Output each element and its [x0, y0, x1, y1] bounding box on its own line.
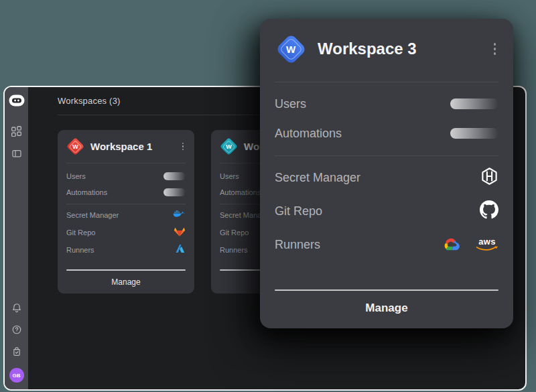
secret-manager-label: Secret Manager: [66, 211, 119, 219]
automations-label: Automations: [220, 188, 261, 196]
divider: [66, 204, 186, 204]
automations-skeleton-loader: [450, 128, 498, 139]
secret-manager-label: Secret Manager: [275, 171, 360, 185]
book-icon: [11, 148, 22, 161]
users-label: Users: [220, 172, 239, 180]
workspace1-logo: W: [66, 137, 84, 155]
sidebar: GB: [5, 87, 28, 389]
workspace3-logo: W: [275, 33, 307, 65]
workspace1-logo-letter: W: [72, 143, 78, 150]
workspace1-menu-button[interactable]: [180, 141, 186, 153]
automations-skeleton-loader: [163, 188, 186, 196]
aws-label: aws: [478, 237, 495, 246]
gitlab-icon: [174, 226, 186, 240]
automations-row: Automations: [66, 184, 186, 200]
users-label: Users: [275, 97, 306, 111]
workspace3-logo-letter: W: [286, 44, 295, 55]
git-repo-row: Git Repo: [66, 224, 186, 241]
automations-label: Automations: [275, 127, 342, 141]
workspace2-logo: W: [220, 137, 238, 155]
git-repo-row: Git Repo: [275, 194, 498, 228]
runners-row: Runners: [66, 241, 186, 259]
runners-label: Runners: [275, 238, 320, 252]
dashboard-icon: [11, 125, 22, 139]
git-repo-label: Git Repo: [275, 204, 322, 218]
runners-label: Runners: [66, 246, 94, 254]
orders-button[interactable]: [11, 346, 22, 360]
workspace-card-3: W Workspace 3 Users Automations Secret M…: [260, 19, 513, 328]
manage-divider: [275, 289, 498, 291]
help-button[interactable]: [11, 324, 22, 338]
bell-icon: [11, 302, 22, 316]
users-row: Users: [66, 168, 186, 184]
runners-label: Runners: [220, 246, 248, 254]
runners-row: Runners aws: [275, 228, 498, 261]
sidebar-item-dashboard[interactable]: [11, 125, 22, 139]
divider: [66, 163, 186, 164]
git-repo-label: Git Repo: [220, 228, 249, 237]
users-label: Users: [66, 172, 86, 180]
users-skeleton-loader: [450, 99, 498, 109]
divider: [275, 155, 498, 156]
workspace2-logo-letter: W: [226, 143, 232, 150]
users-row: Users: [275, 89, 498, 119]
workspace3-menu-button[interactable]: [491, 40, 499, 58]
gcp-icon: [440, 235, 461, 255]
users-skeleton-loader: [163, 172, 186, 180]
bag-check-icon: [11, 346, 22, 360]
user-avatar[interactable]: GB: [9, 368, 24, 383]
azure-icon: [174, 243, 186, 257]
github-icon: [480, 200, 498, 222]
workspace1-title: Workspace 1: [90, 141, 174, 152]
docker-icon: [173, 209, 186, 222]
page-title: Workspaces (3): [58, 96, 121, 106]
automations-label: Automations: [66, 188, 107, 196]
workspace1-manage-button[interactable]: Manage: [66, 271, 186, 293]
git-repo-label: Git Repo: [66, 228, 95, 237]
app-logo[interactable]: [9, 94, 25, 109]
automations-row: Automations: [275, 119, 498, 148]
robot-logo-icon: [9, 94, 25, 109]
workspace3-title: Workspace 3: [318, 40, 480, 58]
aws-icon: aws: [476, 237, 498, 252]
workspace3-manage-button[interactable]: Manage: [275, 295, 498, 322]
help-icon: [11, 324, 22, 338]
notifications-button[interactable]: [11, 302, 22, 316]
hashicorp-icon: [480, 167, 498, 188]
avatar-initials: GB: [13, 373, 21, 379]
divider: [275, 82, 498, 82]
workspace-card-1: W Workspace 1 Users Automations: [58, 130, 194, 293]
sidebar-item-library[interactable]: [11, 148, 22, 161]
secret-manager-row: Secret Manager: [66, 206, 186, 224]
secret-manager-row: Secret Manager: [275, 161, 498, 194]
